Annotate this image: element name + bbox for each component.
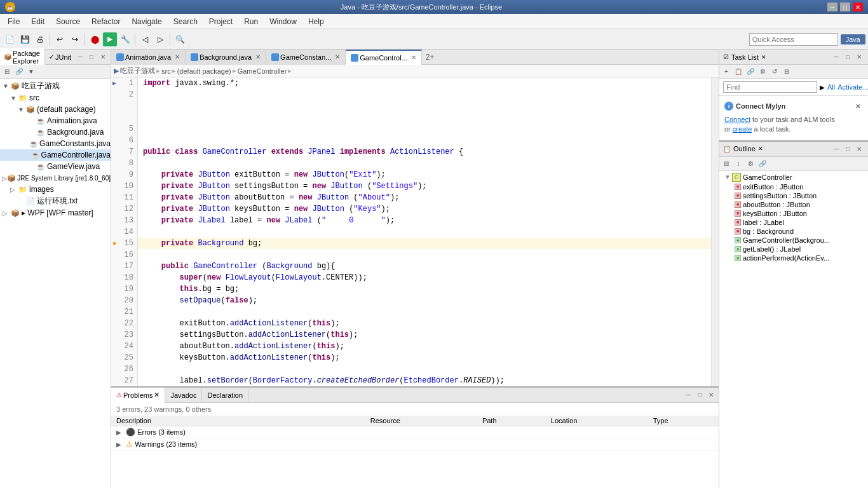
close-bottom-panel[interactable]: ✕ — [706, 390, 716, 400]
close-outline[interactable]: ✕ — [854, 144, 864, 154]
package-explorer-tab[interactable]: 📦 Package Explorer — [0, 48, 45, 66]
new-button[interactable]: 📄 — [3, 32, 17, 46]
outline-sort-btn[interactable]: ↕ — [733, 158, 744, 169]
task-find-options[interactable]: ▶ — [820, 84, 825, 91]
outline-class-item[interactable]: ▼ C GameController — [719, 172, 868, 182]
tab-gameconstants[interactable]: GameConstan... ✕ — [266, 50, 346, 65]
tree-txt[interactable]: 📄 运行环境.txt — [0, 195, 111, 207]
tree-background[interactable]: ☕ Background.java — [0, 126, 111, 138]
warnings-expand[interactable]: ▶ — [116, 441, 121, 448]
outline-exit-field[interactable]: ■ exitButton : JButton — [719, 182, 868, 191]
minimize-bottom-panel[interactable]: ─ — [683, 390, 693, 400]
outline-actionperformed-method[interactable]: ● actionPerformed(ActionEv... — [719, 254, 868, 262]
bc-project[interactable]: 吃豆子游戏 — [120, 66, 155, 76]
outline-about-field[interactable]: ■ aboutButton : JButton — [719, 200, 868, 209]
bc-src[interactable]: src — [161, 67, 171, 75]
task-filter-btn[interactable]: ⚙ — [757, 66, 768, 78]
outline-constructor-method[interactable]: ● GameController(Backgrou... — [719, 236, 868, 245]
tab-animation[interactable]: Animation.java ✕ — [111, 50, 186, 65]
save-button[interactable]: 💾 — [18, 32, 32, 46]
close-animation-tab[interactable]: ✕ — [175, 53, 180, 60]
menu-project[interactable]: Project — [204, 16, 238, 27]
tree-wpf[interactable]: ▷ 📦 ▸ WPF [WPF master] — [0, 207, 111, 219]
tree-src[interactable]: ▼ 📁 src — [0, 92, 111, 104]
errors-expand[interactable]: ▶ — [116, 429, 121, 436]
maximize-tasklist[interactable]: □ — [843, 52, 853, 62]
editor-scrollbar[interactable] — [711, 78, 719, 386]
minimize-left-panel[interactable]: ─ — [75, 52, 85, 62]
minimize-tasklist[interactable]: ─ — [831, 52, 841, 62]
close-problems-tab[interactable]: ✕ — [154, 391, 159, 399]
create-link[interactable]: create — [733, 125, 752, 133]
tab-problems[interactable]: ⚠ Problems ✕ — [111, 388, 165, 403]
outline-collapse-btn[interactable]: ⊟ — [721, 158, 732, 169]
tree-jre[interactable]: ▷ 📦 JRE System Library [jre1.8.0_60] — [0, 172, 111, 184]
all-button[interactable]: All — [827, 83, 835, 91]
perspective-java-button[interactable]: Java — [841, 34, 865, 44]
menu-edit[interactable]: Edit — [26, 16, 50, 27]
bc-class[interactable]: GameController — [238, 67, 287, 75]
outline-getlabel-method[interactable]: ● getLabel() : JLabel — [719, 245, 868, 254]
collapse-all-button[interactable]: ⊟ — [1, 66, 13, 78]
junit-tab[interactable]: ✓ JUnit — [45, 52, 75, 62]
tab-javadoc[interactable]: Javadoc — [165, 388, 202, 403]
external-tools-button[interactable]: 🔧 — [118, 32, 132, 46]
errors-row[interactable]: ▶ ⚫ Errors (3 items) — [111, 426, 719, 438]
menu-navigate[interactable]: Navigate — [126, 16, 166, 27]
outline-keys-field[interactable]: ■ keysButton : JButton — [719, 209, 868, 218]
close-background-tab[interactable]: ✕ — [255, 53, 261, 60]
menu-run[interactable]: Run — [239, 16, 263, 27]
tree-project[interactable]: ▼ 📦 吃豆子游戏 — [0, 80, 111, 92]
minimize-button[interactable]: ─ — [827, 3, 837, 11]
redo-button[interactable]: ↪ — [68, 32, 82, 46]
task-sync-btn[interactable]: ↺ — [769, 66, 780, 78]
maximize-bottom-panel[interactable]: □ — [695, 390, 705, 400]
print-button[interactable]: 🖨 — [33, 32, 47, 46]
close-gameconstants-tab[interactable]: ✕ — [335, 53, 340, 60]
tree-gameview[interactable]: ☕ GameView.java — [0, 161, 111, 172]
task-find-input[interactable] — [723, 81, 817, 93]
outline-bg-field[interactable]: ■ bg : Background — [719, 227, 868, 236]
minimize-outline[interactable]: ─ — [831, 144, 841, 154]
outline-filter-btn[interactable]: ⚙ — [745, 158, 756, 169]
task-cat-btn[interactable]: 📋 — [733, 66, 744, 78]
run-button[interactable]: ▶ — [103, 32, 117, 46]
outline-settings-field[interactable]: ■ settingsButton : JButton — [719, 191, 868, 200]
warnings-row[interactable]: ▶ ⚠ Warnings (23 items) — [111, 438, 719, 451]
task-new-btn[interactable]: + — [721, 66, 732, 78]
close-button[interactable]: ✕ — [853, 3, 863, 11]
prev-button[interactable]: ◁ — [138, 32, 152, 46]
outline-label-field[interactable]: ■ label : JLabel — [719, 218, 868, 227]
menu-help[interactable]: Help — [303, 16, 329, 27]
menu-refactor[interactable]: Refactor — [86, 16, 125, 27]
tree-animation[interactable]: ☕ Animation.java — [0, 115, 111, 126]
maximize-left-panel[interactable]: □ — [86, 52, 97, 62]
menu-file[interactable]: File — [3, 16, 25, 27]
activate-button[interactable]: Activate... — [837, 83, 868, 91]
tree-gamecontroller[interactable]: ☕ GameController.java — [0, 149, 111, 161]
explorer-menu-button[interactable]: ▼ — [25, 66, 37, 78]
tree-images[interactable]: ▷ 📁 images — [0, 184, 111, 195]
bc-package[interactable]: (default package) — [177, 67, 231, 75]
close-mylyn[interactable]: ✕ — [853, 101, 863, 111]
task-collapse-btn[interactable]: ⊟ — [781, 66, 792, 78]
tab-declaration[interactable]: Declaration — [202, 388, 248, 403]
code-editor[interactable]: import javax.swing.*; public class GameC… — [138, 78, 711, 386]
outline-sync-btn[interactable]: 🔗 — [757, 158, 768, 169]
maximize-button[interactable]: □ — [840, 3, 850, 11]
tree-default-package[interactable]: ▼ 📦 (default package) — [0, 104, 111, 115]
next-button[interactable]: ▷ — [153, 32, 167, 46]
task-link-btn[interactable]: 🔗 — [745, 66, 756, 78]
undo-button[interactable]: ↩ — [53, 32, 67, 46]
close-tasklist[interactable]: ✕ — [854, 52, 864, 62]
link-editor-button[interactable]: 🔗 — [13, 66, 25, 78]
menu-window[interactable]: Window — [264, 16, 302, 27]
quick-access-input[interactable] — [749, 33, 838, 46]
connect-link[interactable]: Connect — [724, 116, 750, 123]
debug-button[interactable]: ⬤ — [88, 32, 102, 46]
search-button[interactable]: 🔍 — [173, 32, 187, 46]
maximize-outline[interactable]: □ — [843, 144, 853, 154]
tab-gamecontroller[interactable]: GameControl... ✕ — [346, 50, 422, 65]
close-left-panel[interactable]: ✕ — [98, 52, 108, 62]
tab-overflow[interactable]: 2+ — [422, 51, 438, 63]
